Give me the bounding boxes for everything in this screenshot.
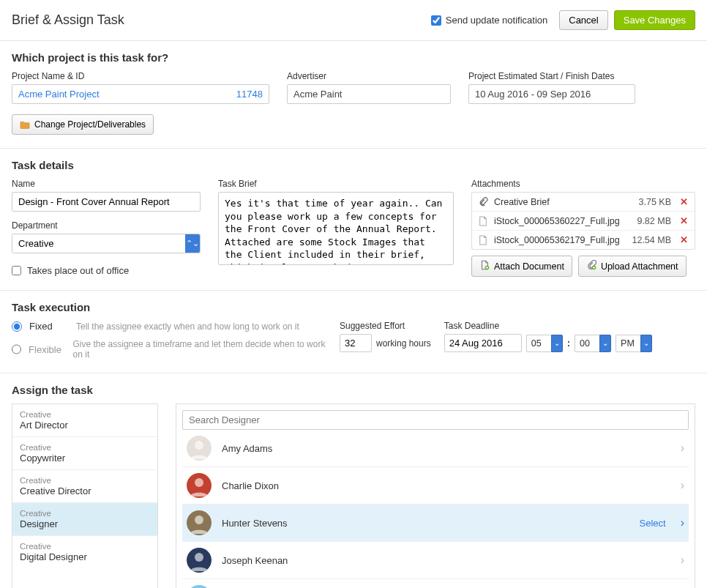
- attachment-name[interactable]: iStock_000065362179_Full.jpg: [490, 235, 626, 245]
- select-link[interactable]: Select: [640, 518, 666, 529]
- delete-attachment-icon[interactable]: ✕: [677, 215, 690, 226]
- person-row[interactable]: Amy Adams›: [182, 430, 689, 467]
- project-link[interactable]: Acme Paint Project 11748: [12, 84, 269, 104]
- role-dept: Creative: [20, 542, 150, 551]
- dates-value: 10 Aug 2016 - 09 Sep 2016: [468, 84, 635, 104]
- person-name: Amy Adams: [222, 443, 670, 454]
- avatar: [187, 436, 212, 461]
- out-of-office-checkbox[interactable]: [12, 266, 21, 275]
- person-row[interactable]: Hunter StevensSelect›: [182, 505, 689, 542]
- avatar: [187, 510, 212, 535]
- details-heading: Task details: [12, 159, 695, 171]
- delete-attachment-icon[interactable]: ✕: [677, 234, 690, 245]
- execution-heading: Task execution: [12, 301, 695, 313]
- send-notification-toggle[interactable]: Send update notification: [431, 15, 548, 26]
- document-icon: [476, 216, 490, 226]
- document-icon: [476, 235, 490, 245]
- department-label: Department: [12, 220, 201, 231]
- select-caret-icon: ⌃⌄: [185, 234, 200, 253]
- advertiser-value: Acme Paint: [287, 84, 451, 104]
- page-title: Brief & Assign Task: [12, 12, 431, 28]
- select-caret-icon: ⌄: [551, 335, 563, 352]
- effort-label: Suggested Effort: [340, 321, 431, 331]
- chevron-right-icon: ›: [681, 554, 684, 567]
- task-brief-textarea[interactable]: [218, 192, 454, 265]
- avatar: [187, 585, 212, 588]
- project-heading: Which project is this task for?: [12, 51, 695, 64]
- role-name: Creative Director: [20, 485, 150, 496]
- flexible-radio[interactable]: [12, 344, 21, 354]
- search-designer-input[interactable]: [182, 410, 689, 430]
- role-dept: Creative: [20, 476, 150, 485]
- person-row[interactable]: Stefan Herrera›: [182, 579, 689, 588]
- attachment-size: 9.82 MB: [626, 216, 677, 226]
- role-item[interactable]: CreativeCreative Director: [12, 470, 157, 503]
- avatar: [187, 473, 212, 498]
- deadline-label: Task Deadline: [444, 321, 652, 331]
- send-notification-label: Send update notification: [446, 15, 548, 26]
- advertiser-label: Advertiser: [287, 71, 451, 81]
- project-name-label: Project Name & ID: [12, 71, 269, 81]
- attachments-label: Attachments: [471, 179, 695, 189]
- person-name: Charlie Dixon: [222, 480, 670, 491]
- attachment-name[interactable]: Creative Brief: [490, 197, 626, 207]
- role-item[interactable]: CreativeDesigner: [12, 503, 157, 536]
- document-plus-icon: [479, 260, 490, 272]
- paperclip-icon: [476, 197, 490, 207]
- upload-icon: [586, 260, 596, 272]
- role-item[interactable]: CreativeCopywriter: [12, 437, 157, 470]
- role-name: Digital Designer: [20, 551, 150, 562]
- svg-point-5: [195, 553, 203, 562]
- deadline-hour-select[interactable]: 05 ⌄: [526, 335, 563, 352]
- assign-heading: Assign the task: [12, 384, 695, 396]
- attachment-row: iStock_000065360227_Full.jpg9.82 MB✕: [472, 212, 695, 231]
- department-select[interactable]: Creative ⌃⌄: [12, 234, 201, 253]
- chevron-right-icon: ›: [681, 479, 684, 492]
- project-name: Acme Paint Project: [18, 89, 100, 100]
- svg-point-3: [195, 478, 203, 487]
- task-name-input[interactable]: [12, 192, 201, 212]
- role-item[interactable]: CreativeDigital Designer: [12, 536, 157, 568]
- avatar: [187, 548, 212, 573]
- role-dept: Creative: [20, 509, 150, 518]
- deadline-date-input[interactable]: [444, 334, 522, 352]
- role-name: Copywriter: [20, 453, 150, 464]
- effort-input[interactable]: [340, 334, 372, 352]
- person-name: Hunter Stevens: [222, 518, 629, 529]
- out-of-office-toggle[interactable]: Takes place out of office: [12, 265, 201, 276]
- attachment-name[interactable]: iStock_000065360227_Full.jpg: [490, 216, 626, 226]
- chevron-right-icon: ›: [681, 516, 684, 529]
- dates-label: Project Estimated Start / Finish Dates: [468, 71, 635, 81]
- brief-label: Task Brief: [218, 179, 454, 189]
- role-item[interactable]: CreativeArt Director: [12, 404, 157, 437]
- upload-attachment-button[interactable]: Upload Attachment: [578, 256, 687, 277]
- attachment-row: Creative Brief3.75 KB✕: [472, 193, 695, 212]
- save-changes-button[interactable]: Save Changes: [614, 10, 695, 30]
- svg-point-4: [195, 516, 203, 524]
- chevron-right-icon: ›: [681, 442, 684, 455]
- folder-icon: [20, 120, 30, 129]
- person-row[interactable]: Charlie Dixon›: [182, 467, 689, 505]
- change-project-button[interactable]: Change Project/Deliverables: [12, 114, 154, 135]
- delete-attachment-icon[interactable]: ✕: [677, 196, 690, 207]
- deadline-ampm-select[interactable]: PM ⌄: [616, 335, 652, 352]
- select-caret-icon: ⌄: [599, 335, 611, 352]
- fixed-label: Fixed: [29, 321, 69, 332]
- cancel-button[interactable]: Cancel: [559, 10, 607, 30]
- role-dept: Creative: [20, 410, 150, 419]
- flexible-desc: Give the assignee a timeframe and let th…: [73, 339, 326, 360]
- person-name: Joseph Keenan: [222, 555, 670, 566]
- role-name: Designer: [20, 518, 150, 529]
- task-name-label: Name: [12, 179, 201, 189]
- fixed-desc: Tell the assignee exactly when and how l…: [76, 321, 299, 332]
- send-notification-checkbox[interactable]: [431, 15, 441, 26]
- attach-document-button[interactable]: Attach Document: [471, 256, 572, 277]
- person-row[interactable]: Joseph Keenan›: [182, 542, 689, 579]
- attachment-size: 12.54 MB: [626, 235, 677, 245]
- role-dept: Creative: [20, 443, 150, 452]
- flexible-label: Flexible: [29, 344, 65, 355]
- project-id: 11748: [236, 89, 263, 100]
- svg-point-2: [195, 441, 203, 450]
- deadline-minute-select[interactable]: 00 ⌄: [575, 335, 611, 352]
- fixed-radio[interactable]: [12, 321, 22, 332]
